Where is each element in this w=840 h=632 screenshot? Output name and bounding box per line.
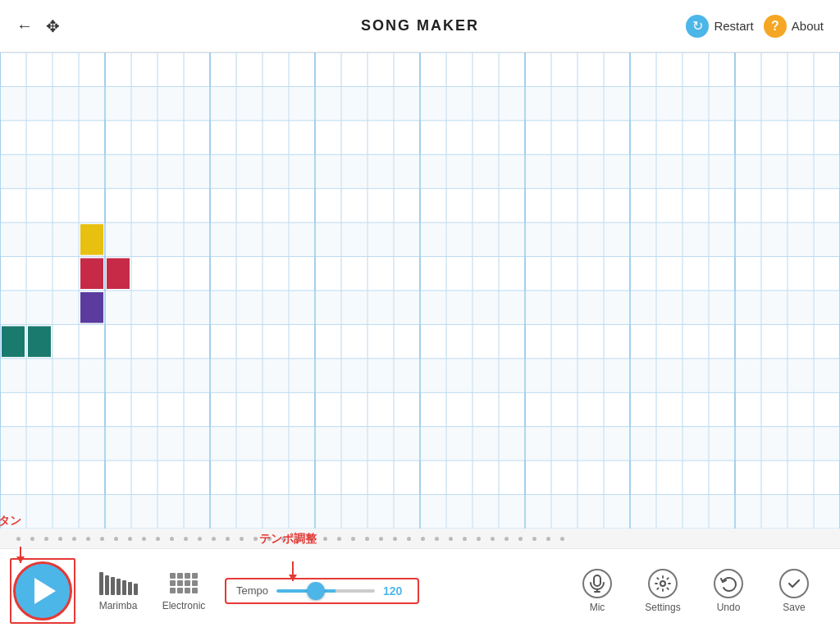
- play-icon: [34, 578, 56, 604]
- mic-icon: [582, 569, 612, 598]
- move-icon[interactable]: ✥: [46, 16, 60, 36]
- settings-button[interactable]: Settings: [630, 558, 696, 624]
- dot: [351, 537, 355, 541]
- marimba-bar: [122, 580, 126, 595]
- save-icon: [779, 569, 809, 598]
- dot: [198, 537, 202, 541]
- marimba-label: Marimba: [99, 600, 138, 611]
- electronic-label: Electronic: [162, 600, 206, 611]
- dot: [421, 537, 425, 541]
- dot: [393, 537, 397, 541]
- svg-rect-0: [594, 575, 600, 586]
- dot: [463, 537, 467, 541]
- dot: [281, 537, 285, 541]
- save-button[interactable]: Save: [761, 558, 827, 624]
- restart-button[interactable]: ↻ Restart: [686, 15, 753, 38]
- undo-icon: [714, 569, 743, 598]
- header-left: ← ✥: [16, 16, 60, 36]
- about-label: About: [792, 19, 824, 33]
- dot: [253, 537, 258, 541]
- dot: [72, 537, 76, 541]
- electronic-icon: [167, 570, 200, 597]
- dot: [337, 537, 341, 541]
- dot: [379, 537, 383, 541]
- electronic-grid: [170, 573, 198, 593]
- tempo-slider[interactable]: [276, 589, 375, 593]
- dot: [518, 537, 523, 541]
- dot: [295, 537, 299, 541]
- restart-label: Restart: [714, 19, 753, 33]
- electronic-button[interactable]: Electronic: [151, 558, 217, 624]
- dot: [365, 537, 369, 541]
- dot: [267, 537, 272, 541]
- toolbar-right: Mic Settings Undo: [564, 558, 827, 624]
- marimba-bar: [116, 579, 121, 595]
- undo-button[interactable]: Undo: [696, 558, 761, 624]
- dot: [323, 537, 327, 541]
- dot: [30, 537, 34, 541]
- dot: [477, 537, 481, 541]
- dot: [170, 537, 174, 541]
- dot: [100, 537, 104, 541]
- save-label: Save: [783, 602, 805, 613]
- dot: [491, 537, 495, 541]
- settings-label: Settings: [645, 602, 680, 613]
- undo-label: Undo: [717, 602, 741, 613]
- dot: [504, 537, 509, 541]
- tempo-section: テンポ調整 Tempo 120: [225, 578, 419, 604]
- dot: [58, 537, 62, 541]
- dot: [546, 537, 550, 541]
- mic-label: Mic: [590, 602, 605, 613]
- dot: [226, 537, 230, 541]
- dot: [184, 537, 188, 541]
- toolbar: 再生ボタン Marimba: [0, 548, 840, 632]
- about-button[interactable]: ? About: [764, 15, 824, 38]
- dot: [240, 537, 244, 541]
- dot: [114, 537, 118, 541]
- header-right: ↻ Restart ? About: [686, 15, 824, 38]
- play-button[interactable]: [13, 561, 72, 621]
- dots-separator: [0, 529, 840, 548]
- marimba-button[interactable]: Marimba: [85, 558, 151, 624]
- back-button[interactable]: ←: [16, 16, 33, 35]
- about-icon: ?: [764, 15, 787, 38]
- dot: [44, 537, 48, 541]
- song-grid[interactable]: [0, 53, 840, 529]
- marimba-bar: [99, 572, 103, 595]
- dot: [407, 537, 411, 541]
- tempo-label: Tempo: [236, 584, 268, 597]
- dot: [435, 537, 439, 541]
- app-title: SONG MAKER: [361, 17, 479, 34]
- dot: [449, 537, 453, 541]
- marimba-icon: [102, 570, 135, 597]
- dot: [86, 537, 90, 541]
- marimba-bar: [128, 582, 132, 595]
- settings-icon: [648, 569, 678, 598]
- dot: [532, 537, 536, 541]
- restart-icon: ↻: [686, 15, 709, 38]
- play-annotation-arrow: [20, 547, 21, 563]
- dot: [309, 537, 313, 541]
- marimba-bar: [105, 575, 109, 595]
- dot: [560, 537, 564, 541]
- tempo-annotation-arrow: [292, 561, 294, 581]
- tempo-value: 120: [383, 584, 408, 598]
- dot: [212, 537, 216, 541]
- dot: [156, 537, 160, 541]
- play-button-wrapper: 再生ボタン: [13, 561, 72, 621]
- dot: [16, 537, 21, 541]
- dot: [142, 537, 146, 541]
- svg-point-3: [660, 581, 665, 586]
- mic-button[interactable]: Mic: [564, 558, 630, 624]
- header: ← ✥ SONG MAKER ↻ Restart ? About: [0, 0, 840, 53]
- marimba-bars: [99, 572, 138, 595]
- grid-canvas[interactable]: [0, 53, 840, 529]
- marimba-bar: [134, 584, 138, 595]
- marimba-bar: [111, 577, 115, 595]
- dot: [128, 537, 132, 541]
